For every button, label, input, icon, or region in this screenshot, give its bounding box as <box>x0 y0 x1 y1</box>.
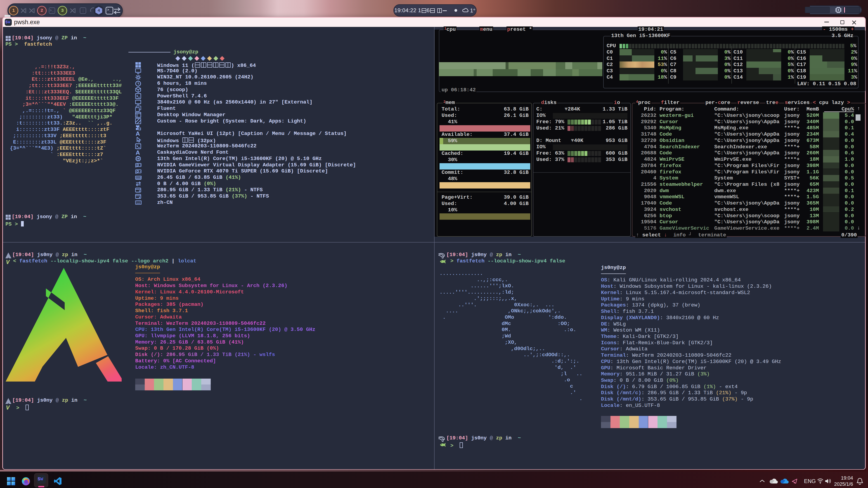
svg-text:A: A <box>136 150 140 156</box>
svg-text:A: A <box>136 131 140 136</box>
